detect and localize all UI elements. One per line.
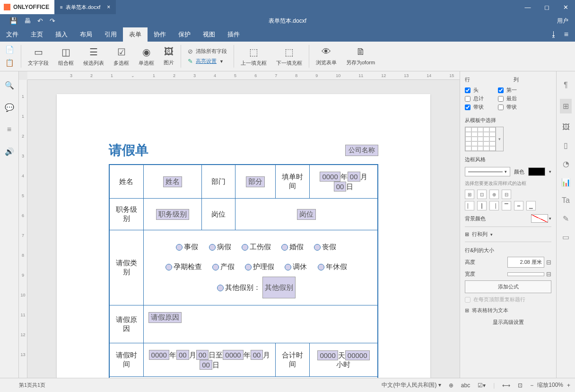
hamburger-icon[interactable]: ≡ <box>564 30 568 39</box>
menu-insert[interactable]: 插入 <box>49 27 74 42</box>
border-horiz[interactable]: ━ <box>514 201 523 210</box>
textart-settings-icon[interactable]: Ta <box>562 196 570 205</box>
radio-chanjia[interactable] <box>212 264 219 270</box>
text-field-button[interactable]: ▭文字字段 <box>23 42 53 71</box>
reason-field[interactable]: 请假原因 <box>148 312 182 323</box>
clear-all-fields[interactable]: ⊘清除所有字段 <box>188 48 227 55</box>
dept-field[interactable]: 部分 <box>246 176 265 187</box>
border-top[interactable]: ▔ <box>502 201 511 210</box>
cb-first-col[interactable] <box>498 87 504 93</box>
menu-view[interactable]: 视图 <box>197 27 221 42</box>
menu-home[interactable]: 主页 <box>25 27 49 42</box>
radio-hunjia[interactable] <box>281 244 288 251</box>
image-button[interactable]: 🖼图片 <box>159 42 179 71</box>
month-field[interactable]: 00 <box>348 172 360 182</box>
save-icon[interactable]: 💾 <box>9 17 17 25</box>
menu-protect[interactable]: 保护 <box>172 27 197 42</box>
other-type-field[interactable]: 其他假别 <box>262 277 296 298</box>
radio-yunqi[interactable] <box>166 264 172 270</box>
advanced-settings-link[interactable]: 显示高级设置 <box>465 319 551 326</box>
cb-header-row[interactable] <box>465 87 470 93</box>
user-label[interactable]: 用户 <box>557 17 575 25</box>
search-icon[interactable]: 🔍 <box>5 81 14 90</box>
border-left[interactable]: ▏ <box>465 201 474 210</box>
zoom-label[interactable]: 缩放100% <box>537 381 563 389</box>
next-fill-button[interactable]: ⬚下一填充框 <box>271 42 307 71</box>
rank-field[interactable]: 职务级别 <box>156 209 189 220</box>
maximize-button[interactable]: ◻ <box>537 0 556 14</box>
checkbox-button[interactable]: ☑多选框 <box>109 42 134 71</box>
height-input[interactable]: 2.08 厘米 <box>507 257 544 268</box>
company-field[interactable]: 公司名称 <box>345 145 378 156</box>
radio-nianxiu[interactable] <box>318 264 324 270</box>
width-input[interactable] <box>507 272 544 276</box>
close-tab-icon[interactable]: × <box>107 4 110 10</box>
menu-references[interactable]: 引用 <box>98 27 123 42</box>
fit-width-icon[interactable]: ⟷ <box>502 382 510 389</box>
language-selector[interactable]: 中文(中华人民共和国) ▾ <box>382 381 441 389</box>
border-style-select[interactable]: ▾ <box>465 167 510 176</box>
row-col-dropdown[interactable]: ⊞行和列▾ <box>465 231 551 238</box>
chart-settings-icon[interactable]: 📊 <box>561 178 571 187</box>
radio-shijia[interactable] <box>176 244 183 251</box>
year-field[interactable]: 0000 <box>320 172 340 182</box>
radio-bingjia[interactable] <box>209 244 216 251</box>
menu-layout[interactable]: 布局 <box>74 27 98 42</box>
leave-form-table[interactable]: 姓名 姓名 部门 部分 填单时间 0000年00月00日 职务级别 职务级别 <box>109 164 378 378</box>
radio-button[interactable]: ◉单选框 <box>134 42 159 71</box>
position-field[interactable]: 岗位 <box>297 209 316 220</box>
minimize-button[interactable]: — <box>518 0 537 14</box>
paste-icon[interactable]: 📋 <box>5 59 14 67</box>
print-icon[interactable]: 🖶 <box>24 17 31 25</box>
spellcheck-icon[interactable]: ⊕ <box>449 382 453 389</box>
table-settings-icon[interactable]: ⊞ <box>560 99 572 113</box>
menu-file[interactable]: 文件 <box>0 27 25 42</box>
radio-gongshang[interactable] <box>242 244 248 251</box>
convert-to-text[interactable]: ⊞将表格转为文本 <box>465 307 551 314</box>
fit-page-icon[interactable]: ⊡ <box>518 382 523 389</box>
document-tab[interactable]: ≡ 表单范本.docxf × <box>54 0 116 14</box>
border-bottom[interactable]: ▁ <box>526 201 536 210</box>
cb-total-row[interactable] <box>465 96 470 102</box>
undo-icon[interactable]: ↶ <box>37 17 43 25</box>
prev-fill-button[interactable]: ⬚上一填充框 <box>236 42 271 71</box>
cb-last-col[interactable] <box>498 96 504 102</box>
border-vert[interactable]: ┃ <box>477 201 487 210</box>
form-settings-icon[interactable]: ▭ <box>562 233 569 242</box>
border-right[interactable]: ▕ <box>489 201 499 210</box>
zoom-out[interactable]: − <box>530 382 533 389</box>
add-formula-button[interactable]: 添加公式 <box>465 280 551 293</box>
radio-other[interactable] <box>217 285 224 291</box>
zoom-in[interactable]: + <box>567 382 570 389</box>
day-field[interactable]: 00 <box>334 182 347 192</box>
feedback-icon[interactable]: 🔊 <box>5 147 14 156</box>
radio-huli[interactable] <box>245 264 252 270</box>
copy-icon[interactable]: 📄 <box>5 45 14 54</box>
open-location-icon[interactable]: ⭳ <box>550 30 558 39</box>
menu-collab[interactable]: 协作 <box>148 27 172 42</box>
comments-icon[interactable]: 💬 <box>5 103 14 112</box>
border-all[interactable]: ⊕ <box>489 190 499 199</box>
signature-icon[interactable]: ✎ <box>563 214 569 223</box>
menu-plugins[interactable]: 插件 <box>221 27 246 42</box>
border-none[interactable]: ⊟ <box>502 190 511 199</box>
border-outer[interactable]: ⊞ <box>465 190 474 199</box>
distribute-rows-icon[interactable]: ⊟ <box>546 259 551 266</box>
shape-settings-icon[interactable]: ◔ <box>563 159 569 168</box>
spellcheck-abc-icon[interactable]: abc <box>461 382 470 389</box>
table-template-thumb[interactable] <box>465 127 496 151</box>
radio-tiaoxiu[interactable] <box>285 264 291 270</box>
preview-form-button[interactable]: 👁浏览表单 <box>311 42 341 71</box>
distribute-cols-icon[interactable]: ⊟ <box>546 270 551 278</box>
save-oform-button[interactable]: 🗎另存为oform <box>341 42 380 71</box>
highlight-settings[interactable]: ✎高亮设置▼ <box>188 58 227 65</box>
template-dropdown[interactable]: ▾ <box>496 127 504 151</box>
close-window-button[interactable]: ✕ <box>556 0 575 14</box>
image-settings-icon[interactable]: 🖼 <box>562 123 570 131</box>
name-field[interactable]: 姓名 <box>163 176 182 187</box>
paragraph-settings-icon[interactable]: ¶ <box>564 81 568 89</box>
redo-icon[interactable]: ↷ <box>50 17 55 25</box>
dropdown-button[interactable]: ☰候选列表 <box>78 42 109 71</box>
headings-icon[interactable]: ≡ <box>7 125 11 134</box>
cb-banded-col[interactable] <box>498 105 504 110</box>
